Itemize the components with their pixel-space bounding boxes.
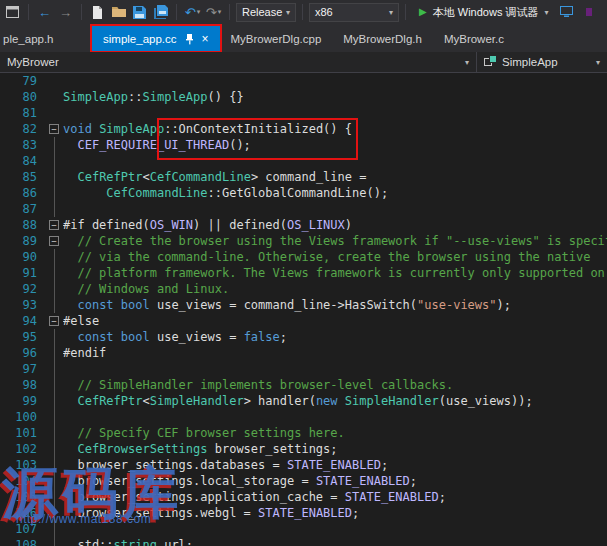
member-dropdown-label: SimpleApp [502, 56, 558, 68]
code-text [63, 201, 607, 217]
member-dropdown[interactable]: SimpleApp ▾ [477, 52, 607, 72]
code-line-92[interactable]: 92 // Windows and Linux. [0, 281, 607, 297]
chevron-down-icon: ▾ [544, 8, 548, 17]
platform-combo-label: x86 [315, 6, 333, 18]
code-text: browser_settings.local_storage = STATE_E… [63, 473, 607, 489]
code-line-106[interactable]: 106 browser_settings.webgl = STATE_ENABL… [0, 505, 607, 521]
code-line-100[interactable]: 100 [0, 409, 607, 425]
redo-icon[interactable]: ↷▾ [204, 2, 223, 22]
code-line-98[interactable]: 98 // SimpleHandler implements browser-l… [0, 377, 607, 393]
line-number: 88 [0, 217, 46, 233]
open-file-icon[interactable] [109, 2, 128, 22]
save-icon[interactable] [130, 2, 149, 22]
chevron-down-icon: ▾ [389, 8, 393, 17]
code-line-83[interactable]: 83 CEF_REQUIRE_UI_THREAD(); [0, 137, 607, 153]
line-number: 106 [0, 505, 46, 521]
save-all-icon[interactable] [151, 2, 170, 22]
tab-label: MyBrowerDlg.h [343, 33, 422, 45]
code-text [63, 153, 607, 169]
line-number: 100 [0, 409, 46, 425]
tab-MyBrowerDlg.h[interactable]: MyBrowerDlg.h [332, 26, 433, 52]
code-line-105[interactable]: 105 browser_settings.application_cache =… [0, 489, 607, 505]
code-line-87[interactable]: 87 [0, 201, 607, 217]
project-dropdown[interactable]: MyBrower ▾ [0, 52, 476, 72]
nav-forward-icon[interactable]: → [56, 2, 75, 22]
code-area[interactable]: 7980SimpleApp::SimpleApp() {}8182−void S… [0, 73, 607, 546]
tab-simple_app.cc[interactable]: simple_app.cc× [92, 26, 220, 52]
line-number: 91 [0, 265, 46, 281]
fold-margin [46, 441, 63, 457]
code-line-95[interactable]: 95 const bool use_views = false; [0, 329, 607, 345]
fold-margin [46, 393, 63, 409]
code-text: browser_settings.application_cache = STA… [63, 489, 607, 505]
line-number: 86 [0, 185, 46, 201]
undo-icon[interactable]: ↶▾ [183, 2, 202, 22]
code-text: #endif [63, 345, 607, 361]
line-number: 105 [0, 489, 46, 505]
code-line-79[interactable]: 79 [0, 73, 607, 89]
tab-ple_app.h[interactable]: ple_app.h [0, 26, 92, 52]
fold-margin [46, 489, 63, 505]
code-line-99[interactable]: 99 CefRefPtr<SimpleHandler> handler(new … [0, 393, 607, 409]
code-line-107[interactable]: 107 [0, 521, 607, 537]
code-line-103[interactable]: 103 browser_settings.databases = STATE_E… [0, 457, 607, 473]
line-number: 93 [0, 297, 46, 313]
code-line-108[interactable]: 108 std::string url; [0, 537, 607, 546]
fold-collapse-icon[interactable]: − [46, 233, 63, 249]
fold-margin [46, 297, 63, 313]
line-number: 103 [0, 457, 46, 473]
code-text: std::string url; [63, 537, 607, 546]
start-debug-button[interactable]: ▶本地 Windows 调试器▾ [412, 2, 555, 22]
fold-margin [46, 153, 63, 169]
code-line-85[interactable]: 85 CefRefPtr<CefCommandLine> command_lin… [0, 169, 607, 185]
code-line-93[interactable]: 93 const bool use_views = command_line->… [0, 297, 607, 313]
code-line-88[interactable]: 88−#if defined(OS_WIN) || defined(OS_LIN… [0, 217, 607, 233]
line-number: 98 [0, 377, 46, 393]
line-number: 81 [0, 105, 46, 121]
device-icon[interactable] [557, 2, 576, 22]
toolbar-separator [81, 4, 82, 20]
fold-margin [46, 281, 63, 297]
code-line-91[interactable]: 91 // platform framework. The Views fram… [0, 265, 607, 281]
configuration-combo[interactable]: Release▾ [236, 3, 296, 22]
toolbar: ←→↶▾↷▾Release▾x86▾▶本地 Windows 调试器▾ [0, 0, 607, 24]
nav-back-icon[interactable]: ← [35, 2, 54, 22]
code-text [63, 409, 607, 425]
line-number: 104 [0, 473, 46, 489]
chevron-down-icon: ▾ [218, 8, 222, 16]
code-text: void SimpleApp::OnContextInitialized() { [63, 121, 607, 137]
code-line-96[interactable]: 96#endif [0, 345, 607, 361]
code-line-82[interactable]: 82−void SimpleApp::OnContextInitialized(… [0, 121, 607, 137]
code-line-101[interactable]: 101 // Specify CEF browser settings here… [0, 425, 607, 441]
code-line-81[interactable]: 81 [0, 105, 607, 121]
tab-MyBrowerDlg.cpp[interactable]: MyBrowerDlg.cpp [220, 26, 333, 52]
fold-collapse-icon[interactable]: − [46, 313, 63, 329]
code-line-94[interactable]: 94−#else [0, 313, 607, 329]
fold-collapse-icon[interactable]: − [46, 121, 63, 137]
close-icon[interactable]: × [202, 33, 209, 45]
code-line-102[interactable]: 102 CefBrowserSettings browser_settings; [0, 441, 607, 457]
configuration-combo-label: Release [242, 6, 282, 18]
code-line-89[interactable]: 89− // Create the browser using the View… [0, 233, 607, 249]
overflow-icon[interactable] [578, 2, 597, 22]
line-number: 89 [0, 233, 46, 249]
platform-combo[interactable]: x86▾ [309, 3, 399, 22]
fold-collapse-icon[interactable]: − [46, 217, 63, 233]
fold-margin [46, 377, 63, 393]
code-line-86[interactable]: 86 CefCommandLine::GetGlobalCommandLine(… [0, 185, 607, 201]
line-number: 95 [0, 329, 46, 345]
code-line-97[interactable]: 97 [0, 361, 607, 377]
window-icon[interactable] [3, 2, 22, 22]
new-file-icon[interactable] [88, 2, 107, 22]
line-number: 94 [0, 313, 46, 329]
tab-MyBrower.c[interactable]: MyBrower.c [433, 26, 515, 52]
code-text: CefRefPtr<CefCommandLine> command_line = [63, 169, 607, 185]
code-line-84[interactable]: 84 [0, 153, 607, 169]
line-number: 108 [0, 537, 46, 546]
code-line-90[interactable]: 90 // via the command-line. Otherwise, c… [0, 249, 607, 265]
code-line-80[interactable]: 80SimpleApp::SimpleApp() {} [0, 89, 607, 105]
pin-icon[interactable] [185, 34, 194, 45]
line-number: 99 [0, 393, 46, 409]
fold-margin [46, 201, 63, 217]
code-line-104[interactable]: 104 browser_settings.local_storage = STA… [0, 473, 607, 489]
